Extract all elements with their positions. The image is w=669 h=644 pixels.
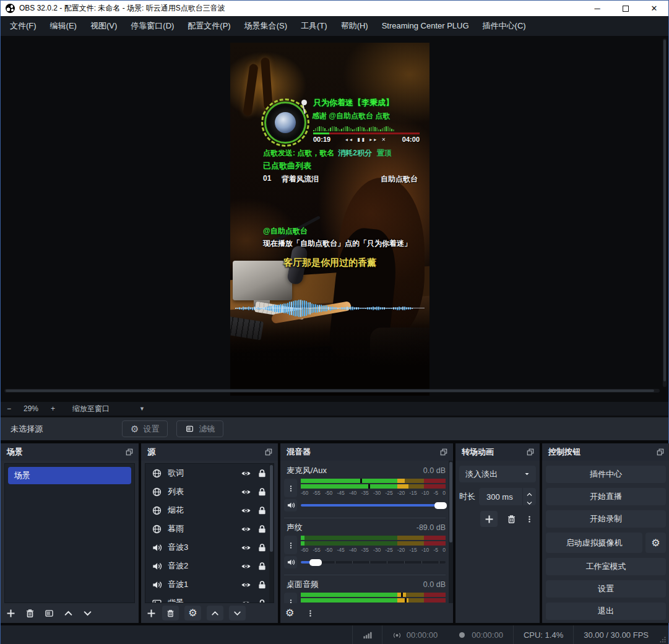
menu-item-6[interactable]: 工具(T) [294,16,334,36]
source-row[interactable]: 暮雨 [145,520,274,538]
zoom-out-button[interactable]: − [1,404,17,413]
visibility-eye-icon[interactable] [241,487,251,497]
control-button-5[interactable]: 设置 [546,580,666,598]
transition-select[interactable]: 淡入淡出 [459,466,536,482]
transition-menu-icon[interactable] [525,515,533,524]
lock-icon[interactable] [257,468,267,479]
time-total: 04:00 [402,136,420,143]
advanced-audio-icon[interactable]: ⚙ [285,608,294,618]
scene-item[interactable]: 场景 [8,467,131,484]
add-source-icon[interactable] [146,608,157,619]
control-button-6[interactable]: 退出 [546,603,666,620]
control-button-0[interactable]: 插件中心 [546,466,666,483]
scene-filters-icon[interactable] [44,608,54,619]
source-down-button[interactable] [229,606,246,620]
preview-hscrollbar[interactable] [4,389,660,393]
zoom-in-button[interactable]: + [45,404,61,413]
control-button-1[interactable]: 开始直播 [546,488,666,505]
lock-icon[interactable] [257,598,267,604]
duration-spinner[interactable]: 300 ms [479,488,536,505]
source-row[interactable]: 歌词 [145,464,274,482]
visibility-eye-icon[interactable] [241,524,251,534]
mixer-scrollbar[interactable] [449,461,453,603]
zoom-fit-caret-icon[interactable]: ▼ [133,406,151,412]
menu-item-7[interactable]: 帮助(H) [334,16,375,36]
add-transition-button[interactable] [480,511,498,527]
scene-down-icon[interactable] [82,608,93,619]
lock-icon[interactable] [257,505,267,516]
mute-button[interactable] [284,556,297,568]
source-row[interactable]: 烟花 [145,501,274,520]
mixer-channel: 麦克风/Aux 0.0 dB -60-55-50-45-40-35-30-25-… [284,463,446,515]
control-button-3[interactable]: 启动虚拟摄像机 [546,533,642,553]
scene-up-icon[interactable] [63,608,74,619]
popout-icon[interactable] [656,448,665,456]
chevron-down-icon [233,609,242,618]
popout-icon[interactable] [439,448,448,456]
dots-icon [287,598,295,603]
remove-transition-icon[interactable] [506,514,517,524]
channel-menu-button[interactable] [284,479,297,497]
menu-item-8[interactable]: Streaming Center PLUG [375,16,476,36]
menu-item-2[interactable]: 视图(V) [84,16,124,36]
lock-icon[interactable] [257,580,267,590]
mute-button[interactable] [284,499,297,511]
preview-canvas[interactable]: 只为你着迷【李秉成】 感谢 @自助点歌台 点歌 00:19 ◂◂ ▮▮ ▸▸ ✕… [230,43,429,396]
popout-icon[interactable] [264,448,273,456]
remove-scene-icon[interactable] [25,608,35,619]
popout-icon[interactable] [125,448,134,456]
visibility-eye-icon[interactable] [241,598,251,604]
channel-menu-button[interactable] [284,593,297,603]
spin-up-button[interactable] [523,488,536,497]
control-button-4[interactable]: 工作室模式 [546,558,666,575]
control-button-2[interactable]: 开始录制 [546,510,666,528]
source-properties-button[interactable]: ⚙ 设置 [122,420,168,437]
mixer-channel: 声纹 -89.0 dB -60-55-50-45-40-35-30-25-20-… [284,518,446,572]
menu-item-3[interactable]: 停靠窗口(D) [124,16,181,36]
volume-slider[interactable] [301,556,446,568]
preview-vscrollbar[interactable] [663,38,667,387]
visibility-eye-icon[interactable] [241,505,251,516]
menu-item-5[interactable]: 场景集合(S) [238,16,294,36]
lock-icon[interactable] [257,542,267,553]
volume-slider-handle[interactable] [434,502,447,509]
volume-slider[interactable] [301,499,446,511]
source-filters-button[interactable]: 滤镜 [176,420,223,437]
menu-item-9[interactable]: 插件中心(C) [476,16,533,36]
channel-menu-button[interactable] [284,536,297,554]
visibility-eye-icon[interactable] [241,580,251,590]
sources-scrollbar[interactable] [269,464,274,603]
bitrate-signal-icon [363,630,372,640]
menu-item-4[interactable]: 配置文件(P) [181,16,237,36]
visibility-eye-icon[interactable] [241,468,251,479]
add-scene-icon[interactable] [6,608,16,619]
source-row[interactable]: 背景 [145,594,274,603]
lock-icon[interactable] [257,524,267,534]
resize-grip[interactable] [658,635,667,644]
mixer-menu-icon[interactable] [306,609,314,618]
source-up-button[interactable] [207,606,223,620]
source-row[interactable]: 列表 [145,482,274,501]
lock-icon[interactable] [257,487,267,497]
popout-icon[interactable] [526,448,535,456]
maximize-button[interactable] [611,1,640,16]
minimize-button[interactable]: ─ [583,1,611,16]
spin-down-button[interactable] [523,497,536,505]
lock-icon[interactable] [257,561,267,572]
obs-logo-icon [6,4,15,13]
sources-panel: 源 歌词 列表 烟花 暮雨 音波3 音波2 音波1 背景 [141,443,278,623]
close-button[interactable]: ✕ [640,1,668,16]
volume-slider-handle[interactable] [309,559,322,566]
caret-down-icon [523,470,531,478]
remove-source-button[interactable] [162,606,179,620]
visibility-eye-icon[interactable] [241,542,251,553]
menu-item-1[interactable]: 编辑(E) [43,16,84,36]
virtual-cam-config-button[interactable]: ⚙ [645,533,666,553]
source-row[interactable]: 音波2 [145,557,274,575]
zoom-fit-label[interactable]: 缩放至窗口 [61,404,116,414]
source-properties-button[interactable]: ⚙ [184,606,201,620]
source-row[interactable]: 音波3 [145,538,274,557]
source-row[interactable]: 音波1 [145,575,274,594]
menu-item-0[interactable]: 文件(F) [3,16,43,36]
visibility-eye-icon[interactable] [241,561,251,572]
